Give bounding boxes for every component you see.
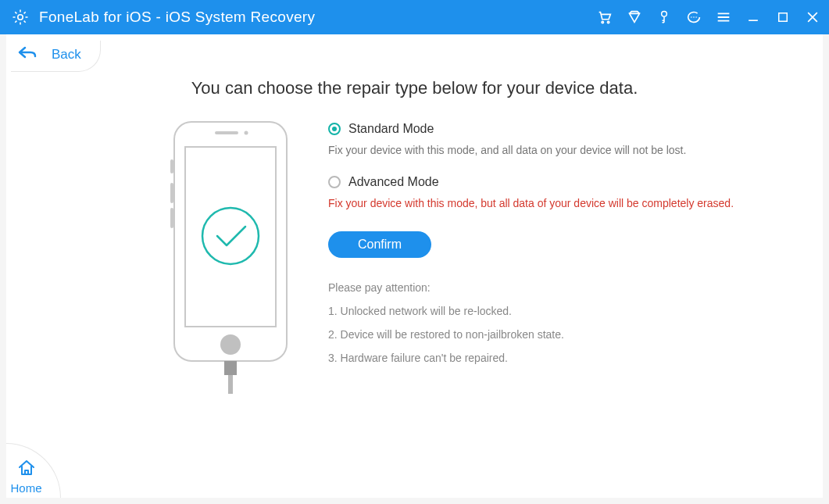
advanced-mode-label: Advanced Mode xyxy=(348,175,439,189)
svg-rect-7 xyxy=(779,13,788,22)
chat-icon[interactable] xyxy=(685,9,702,26)
attention-title: Please pay attention: xyxy=(328,281,798,294)
confirm-button[interactable]: Confirm xyxy=(328,231,431,258)
back-row: Back xyxy=(0,34,829,72)
radio-icon xyxy=(328,176,341,188)
page-heading: You can choose the repair type below for… xyxy=(31,78,798,98)
svg-point-0 xyxy=(18,15,23,20)
home-button[interactable]: Home xyxy=(0,443,61,504)
svg-point-2 xyxy=(607,21,609,23)
titlebar: FoneLab for iOS - iOS System Recovery xyxy=(0,0,829,34)
home-label: Home xyxy=(10,481,41,495)
close-icon[interactable] xyxy=(804,9,821,26)
device-illustration xyxy=(164,120,297,394)
svg-point-1 xyxy=(602,21,603,23)
back-label: Back xyxy=(52,47,81,63)
attention-item: 2. Device will be restored to non-jailbr… xyxy=(328,328,798,341)
back-button[interactable]: Back xyxy=(11,41,101,72)
home-icon xyxy=(17,459,36,480)
radio-standard-mode[interactable]: Standard Mode xyxy=(328,122,798,136)
diamond-icon[interactable] xyxy=(626,9,643,26)
advanced-mode-desc: Fix your device with this mode, but all … xyxy=(328,197,798,209)
svg-rect-17 xyxy=(224,361,237,375)
attention-list: 1. Unlocked network will be re-locked. 2… xyxy=(328,305,798,364)
phone-icon xyxy=(168,120,293,394)
svg-rect-14 xyxy=(170,183,173,203)
main-content: You can choose the repair type below for… xyxy=(0,78,829,394)
svg-rect-13 xyxy=(170,159,173,173)
svg-point-12 xyxy=(220,334,241,355)
svg-rect-10 xyxy=(215,131,238,134)
svg-point-16 xyxy=(202,208,259,264)
standard-mode-desc: Fix your device with this mode, and all … xyxy=(328,144,798,156)
svg-point-3 xyxy=(662,12,667,17)
radio-icon xyxy=(328,123,341,135)
svg-rect-18 xyxy=(228,375,233,394)
cart-icon[interactable] xyxy=(596,9,613,26)
svg-rect-15 xyxy=(170,208,173,228)
attention-item: 3. Hardware failure can't be repaired. xyxy=(328,352,798,364)
menu-icon[interactable] xyxy=(715,9,732,26)
standard-mode-label: Standard Mode xyxy=(348,122,434,136)
key-icon[interactable] xyxy=(656,9,673,26)
app-logo-gear-icon xyxy=(11,8,30,27)
attention-item: 1. Unlocked network will be re-locked. xyxy=(328,305,798,317)
app-title: FoneLab for iOS - iOS System Recovery xyxy=(39,9,315,26)
radio-advanced-mode[interactable]: Advanced Mode xyxy=(328,175,798,189)
maximize-icon[interactable] xyxy=(774,9,791,26)
back-arrow-icon xyxy=(17,45,38,63)
svg-rect-9 xyxy=(185,147,276,327)
svg-point-11 xyxy=(245,131,248,135)
minimize-icon[interactable] xyxy=(745,9,762,26)
